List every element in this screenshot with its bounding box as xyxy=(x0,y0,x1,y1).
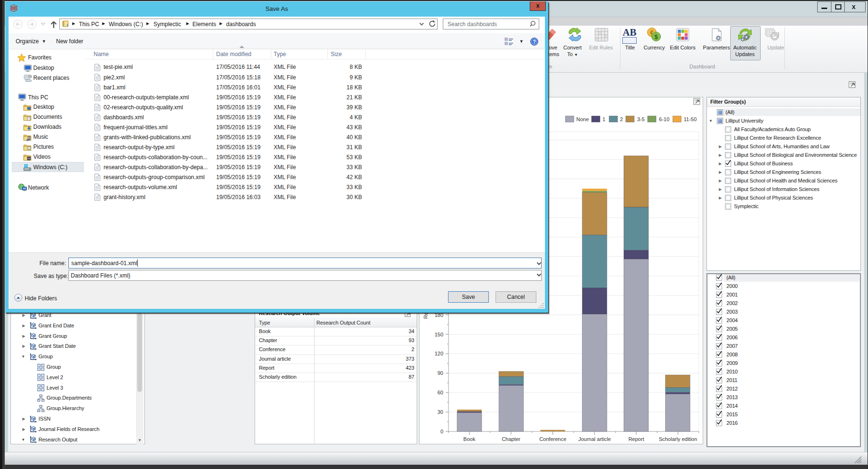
svg-text:2: 2 xyxy=(620,116,623,122)
svg-text:Conference: Conference xyxy=(539,436,566,442)
svg-text:0: 0 xyxy=(440,429,443,434)
svg-text:150: 150 xyxy=(435,332,443,337)
svg-text:11-50: 11-50 xyxy=(684,116,696,122)
svg-text:Book: Book xyxy=(463,436,476,442)
svg-text:Chapter: Chapter xyxy=(502,436,520,442)
svg-text:None: None xyxy=(576,116,589,122)
svg-text:180: 180 xyxy=(435,312,443,318)
svg-text:Report: Report xyxy=(629,436,644,442)
svg-text:60: 60 xyxy=(438,390,443,395)
svg-text:Journal article: Journal article xyxy=(578,436,610,442)
svg-text:120: 120 xyxy=(435,351,443,356)
svg-text:30: 30 xyxy=(438,409,443,415)
svg-text:6-10: 6-10 xyxy=(659,116,669,122)
svg-text:$: $ xyxy=(654,33,658,40)
svg-text:Scholarly edition: Scholarly edition xyxy=(659,436,697,442)
svg-text:90: 90 xyxy=(438,370,443,376)
svg-text:1: 1 xyxy=(602,116,605,122)
svg-text:?: ? xyxy=(533,39,536,45)
svg-text:3-5: 3-5 xyxy=(637,116,645,122)
